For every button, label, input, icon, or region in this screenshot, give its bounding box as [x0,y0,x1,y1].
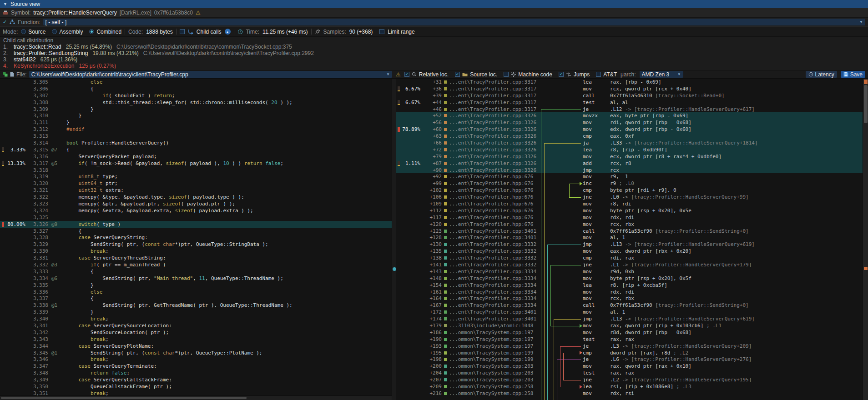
option-at-t[interactable]: AT&T [596,71,617,78]
pane-splitter[interactable] [392,79,396,400]
source-line[interactable]: 3,332@3 if( ptr == m_mainThread ) [0,261,392,268]
source-line[interactable]: 3,310 } [0,112,392,119]
source-line[interactable]: 3,320 uint64_t ptr; [0,180,392,187]
asm-source-loc[interactable]: ...ent\TracyProfiler.hpp:676 [449,187,539,193]
asm-source-loc[interactable]: ...ent\TracyProfiler.cpp:3317 [449,100,539,105]
source-line[interactable]: 13.33%3,317@5 if( !m_sock->Read( &payloa… [0,160,392,167]
asm-line[interactable]: +79...ent\TracyProfiler.cpp:3326movecx, … [396,153,863,160]
limit-range-checkbox[interactable] [379,29,384,34]
asm-source-loc[interactable]: ...ent\TracyProfiler.cpp:3401 [449,316,539,322]
source-line[interactable]: 3,342 SendSourceLocation( ptr ); [0,329,392,336]
source-line[interactable]: 3,349 case ServerQueryCallstackFrame: [0,376,392,383]
source-line[interactable]: 3,340 break; [0,315,392,322]
asm-source-loc[interactable]: ...ent\TracyProfiler.cpp:3332 [449,241,539,247]
source-line[interactable]: 3,329 SendString( ptr, (const char*)ptr,… [0,241,392,248]
asm-source-loc[interactable]: ...ent\TracyProfiler.cpp:3326 [449,147,539,153]
source-line[interactable]: 3,337 { [0,295,392,302]
asm-line[interactable]: +120...ent\TracyProfiler.hpp:676movrcx, … [396,221,863,228]
asm-source-loc[interactable]: ...ent\TracyProfiler.cpp:3334 [449,302,539,308]
asm-line[interactable]: +31...ent\TracyProfiler.cpp:3317learax, … [396,79,863,85]
asm-source-loc[interactable]: ...ent\TracyProfiler.cpp:3326 [449,133,539,139]
asm-line[interactable]: +204...ommon\TracySystem.cpp:203testrax,… [396,370,863,376]
asm-line[interactable]: +164...ent\TracyProfiler.cpp:3334movrcx,… [396,295,863,302]
source-line[interactable]: 3,343 break; [0,336,392,343]
source-line[interactable]: 3,335 } [0,282,392,289]
asm-line[interactable]: +148...ent\TracyProfiler.cpp:3334movbyte… [396,275,863,282]
asm-source-loc[interactable]: ...ent\TracyProfiler.cpp:3326 [449,154,539,160]
mode-radio-assembly[interactable]: Assembly [52,29,83,35]
asm-source-loc[interactable]: ...ommon\TracySystem.cpp:197 [449,330,539,335]
asm-source-loc[interactable]: ...ent\TracyProfiler.cpp:3317 [449,86,539,92]
source-line[interactable]: 3,307 if( shouldExit ) return; [0,92,392,99]
asm-line[interactable]: +143...ent\TracyProfiler.cpp:3334movr9d,… [396,268,863,275]
source-line[interactable]: 3,309 } [0,106,392,113]
child-calls-checkbox[interactable] [180,29,185,34]
asm-line[interactable]: 6.67%+36...ent\TracyProfiler.cpp:3317mov… [396,85,863,92]
asm-line[interactable]: +135...ent\TracyProfiler.cpp:3332moveax,… [396,248,863,255]
asm-line[interactable]: +161...ent\TracyProfiler.cpp:3334movrdx,… [396,289,863,295]
asm-source-loc[interactable]: ...ent\TracyProfiler.cpp:3326 [449,160,539,166]
asm-source-loc[interactable]: ...ommon\TracySystem.cpp:197 [449,336,539,342]
asm-source-loc[interactable]: ...ommon\TracySystem.cpp:203 [449,377,539,383]
source-line[interactable]: 3,316 ServerQueryPacket payload; [0,153,392,160]
asm-source-loc[interactable]: ...ent\TracyProfiler.cpp:3401 [449,309,539,315]
source-line[interactable]: 3,327 { [0,228,392,235]
asm-line[interactable]: +63...ent\TracyProfiler.cpp:3326cmpeax, … [396,133,863,140]
file-selector[interactable]: C:\Users\wolf\Desktop\darkrl\contrib\tra… [29,71,392,78]
asm-line[interactable]: +112...ent\TracyProfiler.hpp:676movbyte … [396,207,863,214]
asm-line[interactable]: +92...ent\TracyProfiler.hpp:676movr9, -1 [396,173,863,180]
asm-line[interactable]: +66...ent\TracyProfiler.cpp:3326ja.L33 -… [396,140,863,146]
vertical-scrollbar[interactable] [863,79,868,400]
asm-line[interactable]: +128...ent\TracyProfiler.cpp:3401moval, … [396,234,863,241]
source-line[interactable]: 3,323 memcpy( &ptr, &payload.ptr, sizeof… [0,200,392,207]
child-call-row[interactable]: 3.stat64i32625 μs (1.36%) [0,56,868,63]
latency-button[interactable]: Latency [806,71,837,78]
asm-line[interactable]: +216...ommon\TracySystem.cpp:258movrdx, … [396,390,863,397]
asm-source-loc[interactable]: ...ent\TracyProfiler.cpp:3326 [449,167,539,173]
asm-line[interactable]: +141...ent\TracyProfiler.cpp:3332jne.L1 … [396,261,863,268]
mode-radio-combined[interactable]: Combined [89,29,121,35]
source-line[interactable]: 3,330 break; [0,248,392,255]
asm-source-loc[interactable]: ...ent\TracyProfiler.cpp:3334 [449,275,539,281]
source-line[interactable]: 3,333 { [0,268,392,275]
source-line[interactable]: 3,324 memcpy( &extra, &payload.extra, si… [0,207,392,214]
source-line[interactable]: 3,334@6 SendString( ptr, "Main thread", … [0,275,392,282]
check-icon[interactable]: ✓ [3,19,7,25]
child-call-row[interactable]: 2.tracy::Profiler::SendLongString19.88 m… [0,50,868,56]
asm-source-loc[interactable]: ...ent\TracyProfiler.cpp:3326 [449,126,539,132]
asm-source-loc[interactable]: ...ommon\TracySystem.cpp:258 [449,390,539,396]
source-line[interactable]: 3,351 break; [0,390,392,395]
asm-source-loc[interactable]: ...ent\TracyProfiler.cpp:3401 [449,235,539,240]
asm-source-loc[interactable]: ...ent\TracyProfiler.hpp:676 [449,174,539,180]
source-line[interactable]: 3,318 [0,167,392,174]
asm-source-loc[interactable]: ...ent\TracyProfiler.hpp:676 [449,208,539,214]
asm-line[interactable]: +195...ommon\TracySystem.cpp:199cmpdword… [396,350,863,356]
option-machine-code[interactable]: Machine code [504,71,552,78]
source-line[interactable]: 3,321 uint32_t extra; [0,187,392,194]
source-line[interactable]: 3,341 case ServerQuerySourceLocation: [0,322,392,329]
asm-line[interactable]: +167...ent\TracyProfiler.cpp:3334call0x7… [396,302,863,309]
source-line[interactable]: 3,308 std::this_thread::sleep_for( std::… [0,99,392,106]
source-line[interactable]: 3,306 { [0,85,392,92]
asm-line[interactable]: +130...ent\TracyProfiler.cpp:3332jmp.L13… [396,241,863,248]
asm-line[interactable]: +207...ommon\TracySystem.cpp:203jne.L2 -… [396,376,863,383]
source-line[interactable]: 3,348 return false; [0,370,392,376]
asm-source-loc[interactable]: ...ent\TracyProfiler.cpp:3332 [449,248,539,254]
save-button[interactable]: Save [841,71,865,78]
source-line[interactable]: 3,345@1 SendString( ptr, (const char*)pt… [0,350,392,356]
splitter-grip[interactable] [393,267,396,271]
asm-source-loc[interactable]: ...ent\TracyProfiler.hpp:676 [449,180,539,186]
asm-line[interactable]: +56...ent\TracyProfiler.cpp:3326movrdi, … [396,119,863,126]
horizontal-scrollbar[interactable] [0,395,392,400]
asm-source-loc[interactable]: ...ommon\TracySystem.cpp:203 [449,363,539,369]
asm-line[interactable]: 1.11%+87...ent\TracyProfiler.cpp:3326add… [396,160,863,167]
source-line[interactable]: 3,322 memcpy( &type, &payload.type, size… [0,194,392,200]
uarch-selector[interactable]: AMD Zen 3 ▼ [640,71,683,78]
asm-line[interactable]: +123...ent\TracyProfiler.cpp:3401call0x7… [396,228,863,235]
asm-line[interactable]: +46...ent\TracyProfiler.cpp:3317je.L12 -… [396,106,863,113]
asm-line[interactable]: +72...ent\TracyProfiler.cpp:3326lear8, [… [396,146,863,153]
asm-line[interactable]: +200...ommon\TracySystem.cpp:203movrax, … [396,363,863,370]
option-relative-loc-[interactable]: ✓Relative loc. [404,71,449,78]
asm-source-loc[interactable]: ...ommon\TracySystem.cpp:197 [449,343,539,349]
asm-source-loc[interactable]: ...ent\TracyProfiler.cpp:3326 [449,140,539,146]
